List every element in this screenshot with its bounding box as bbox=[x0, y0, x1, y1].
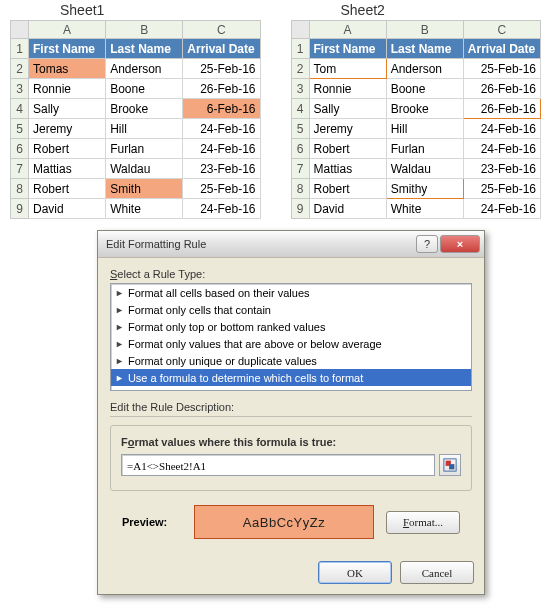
col-header[interactable]: A bbox=[29, 21, 106, 39]
table-row: 9DavidWhite24-Feb-16 bbox=[11, 199, 261, 219]
row-header[interactable]: 6 bbox=[291, 139, 309, 159]
cell[interactable]: 24-Feb-16 bbox=[183, 139, 260, 159]
row-header[interactable]: 3 bbox=[291, 79, 309, 99]
sheet1-grid[interactable]: A B C 1 First Name Last Name Arrival Dat… bbox=[10, 20, 261, 219]
rule-type-option[interactable]: ►Format only top or bottom ranked values bbox=[111, 318, 471, 335]
cell[interactable]: Tom bbox=[309, 59, 386, 79]
cell[interactable]: 24-Feb-16 bbox=[463, 199, 540, 219]
cell[interactable]: Ronnie bbox=[309, 79, 386, 99]
row-header[interactable]: 4 bbox=[11, 99, 29, 119]
table-row: 8RobertSmith25-Feb-16 bbox=[11, 179, 261, 199]
cell[interactable]: 25-Feb-16 bbox=[183, 179, 260, 199]
row-header[interactable]: 9 bbox=[11, 199, 29, 219]
table-row: 6RobertFurlan24-Feb-16 bbox=[11, 139, 261, 159]
formula-input[interactable]: =A1<>Sheet2!A1 bbox=[121, 454, 435, 476]
row-header[interactable]: 7 bbox=[291, 159, 309, 179]
cell[interactable]: 24-Feb-16 bbox=[463, 139, 540, 159]
table-header-cell[interactable]: First Name bbox=[29, 39, 106, 59]
cell[interactable]: White bbox=[106, 199, 183, 219]
cell[interactable]: Boone bbox=[386, 79, 463, 99]
ok-button[interactable]: OK bbox=[318, 561, 392, 584]
cancel-button[interactable]: Cancel bbox=[400, 561, 474, 584]
close-button[interactable]: × bbox=[440, 235, 480, 253]
row-header[interactable]: 8 bbox=[11, 179, 29, 199]
cell[interactable]: Jeremy bbox=[309, 119, 386, 139]
row-header[interactable]: 5 bbox=[11, 119, 29, 139]
row-header[interactable]: 4 bbox=[291, 99, 309, 119]
rule-type-option[interactable]: ►Format only values that are above or be… bbox=[111, 335, 471, 352]
range-picker-button[interactable] bbox=[439, 454, 461, 476]
row-header[interactable]: 7 bbox=[11, 159, 29, 179]
cell[interactable]: David bbox=[309, 199, 386, 219]
col-header[interactable]: A bbox=[309, 21, 386, 39]
cell[interactable]: Robert bbox=[309, 139, 386, 159]
row-header[interactable]: 2 bbox=[291, 59, 309, 79]
cell[interactable]: 25-Feb-16 bbox=[183, 59, 260, 79]
table-header-cell[interactable]: Last Name bbox=[386, 39, 463, 59]
cell[interactable]: Furlan bbox=[106, 139, 183, 159]
col-header[interactable]: B bbox=[386, 21, 463, 39]
cell[interactable]: 26-Feb-16 bbox=[463, 99, 540, 119]
table-header-cell[interactable]: Last Name bbox=[106, 39, 183, 59]
cell[interactable]: Boone bbox=[106, 79, 183, 99]
cell[interactable]: Anderson bbox=[386, 59, 463, 79]
cell[interactable]: Ronnie bbox=[29, 79, 106, 99]
cell[interactable]: Brooke bbox=[106, 99, 183, 119]
cell[interactable]: Robert bbox=[309, 179, 386, 199]
cell[interactable]: Furlan bbox=[386, 139, 463, 159]
cell[interactable]: Hill bbox=[106, 119, 183, 139]
cell[interactable]: Jeremy bbox=[29, 119, 106, 139]
row-header[interactable]: 1 bbox=[291, 39, 309, 59]
cell[interactable]: Brooke bbox=[386, 99, 463, 119]
row-header[interactable]: 3 bbox=[11, 79, 29, 99]
format-button[interactable]: Format... bbox=[386, 511, 460, 534]
cell[interactable]: 6-Feb-16 bbox=[183, 99, 260, 119]
cell[interactable]: Waldau bbox=[386, 159, 463, 179]
cell[interactable]: 24-Feb-16 bbox=[183, 119, 260, 139]
table-header-cell[interactable]: First Name bbox=[309, 39, 386, 59]
row-header[interactable]: 9 bbox=[291, 199, 309, 219]
cell[interactable]: Mattias bbox=[309, 159, 386, 179]
table-header-cell[interactable]: Arrival Date bbox=[183, 39, 260, 59]
rule-type-listbox[interactable]: ►Format all cells based on their values►… bbox=[110, 283, 472, 391]
cell[interactable]: Robert bbox=[29, 179, 106, 199]
cell[interactable]: Anderson bbox=[106, 59, 183, 79]
cell[interactable]: Robert bbox=[29, 139, 106, 159]
row-header[interactable]: 6 bbox=[11, 139, 29, 159]
cell[interactable]: David bbox=[29, 199, 106, 219]
cell[interactable]: 26-Feb-16 bbox=[463, 79, 540, 99]
row-header[interactable]: 2 bbox=[11, 59, 29, 79]
help-button[interactable]: ? bbox=[416, 235, 438, 253]
col-header[interactable]: B bbox=[106, 21, 183, 39]
row-header[interactable]: 8 bbox=[291, 179, 309, 199]
cell[interactable]: Mattias bbox=[29, 159, 106, 179]
cell[interactable]: 25-Feb-16 bbox=[463, 59, 540, 79]
cell[interactable]: White bbox=[386, 199, 463, 219]
select-all-corner[interactable] bbox=[291, 21, 309, 39]
col-header[interactable]: C bbox=[183, 21, 260, 39]
cell[interactable]: Sally bbox=[309, 99, 386, 119]
col-header[interactable]: C bbox=[463, 21, 540, 39]
rule-type-option[interactable]: ►Format only unique or duplicate values bbox=[111, 352, 471, 369]
cell[interactable]: Sally bbox=[29, 99, 106, 119]
cell[interactable]: 24-Feb-16 bbox=[463, 119, 540, 139]
dialog-titlebar[interactable]: Edit Formatting Rule ? × bbox=[98, 231, 484, 258]
cell[interactable]: Hill bbox=[386, 119, 463, 139]
cell[interactable]: Waldau bbox=[106, 159, 183, 179]
rule-type-option[interactable]: ►Use a formula to determine which cells … bbox=[111, 369, 471, 386]
rule-type-option[interactable]: ►Format all cells based on their values bbox=[111, 284, 471, 301]
cell[interactable]: Smith bbox=[106, 179, 183, 199]
rule-type-option[interactable]: ►Format only cells that contain bbox=[111, 301, 471, 318]
table-header-cell[interactable]: Arrival Date bbox=[463, 39, 540, 59]
cell[interactable]: 24-Feb-16 bbox=[183, 199, 260, 219]
cell[interactable]: Tomas bbox=[29, 59, 106, 79]
row-header[interactable]: 1 bbox=[11, 39, 29, 59]
cell[interactable]: 23-Feb-16 bbox=[463, 159, 540, 179]
cell[interactable]: 26-Feb-16 bbox=[183, 79, 260, 99]
row-header[interactable]: 5 bbox=[291, 119, 309, 139]
select-all-corner[interactable] bbox=[11, 21, 29, 39]
sheet2-grid[interactable]: A B C 1 First Name Last Name Arrival Dat… bbox=[291, 20, 542, 219]
cell[interactable]: 23-Feb-16 bbox=[183, 159, 260, 179]
cell[interactable]: Smithy bbox=[386, 179, 463, 199]
cell[interactable]: 25-Feb-16 bbox=[463, 179, 540, 199]
